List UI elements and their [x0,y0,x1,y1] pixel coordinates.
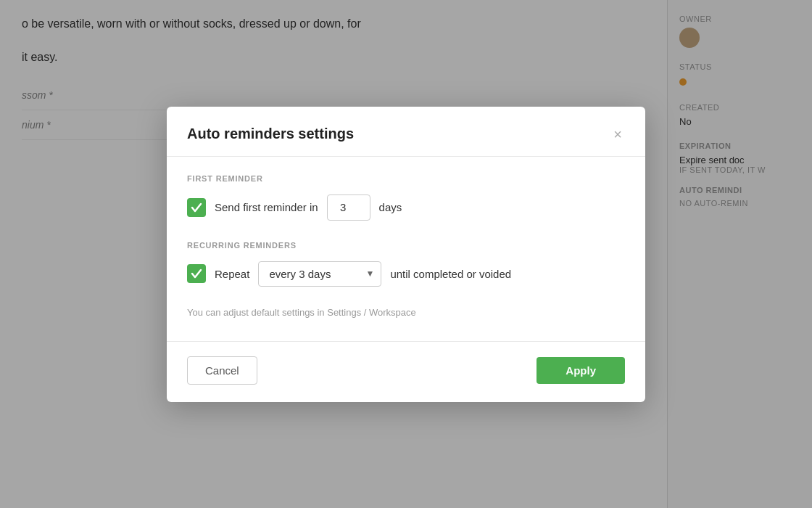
hint-text: You can adjust default settings in Setti… [187,307,625,318]
modal-title: Auto reminders settings [187,126,354,142]
recurring-reminder-row: Repeat every 1 day every 2 days every 3 … [187,261,625,287]
until-label: until completed or voided [390,268,511,280]
send-first-label: Send first reminder in [215,201,318,213]
first-reminder-heading: FIRST REMINDER [187,174,625,183]
days-label: days [379,201,402,213]
apply-button[interactable]: Apply [536,357,625,384]
recurring-section: RECURRING REMINDERS Repeat every 1 day e… [187,241,625,287]
recurring-heading: RECURRING REMINDERS [187,241,625,250]
modal-body: FIRST REMINDER Send first reminder in da… [167,157,645,335]
recurring-checkbox[interactable] [187,264,206,283]
modal-header: Auto reminders settings × [167,107,645,157]
repeat-label: Repeat [215,268,249,280]
modal-footer: Cancel Apply [167,341,645,402]
first-reminder-row: Send first reminder in days [187,194,625,221]
repeat-select[interactable]: every 1 day every 2 days every 3 days ev… [258,261,381,287]
cancel-button[interactable]: Cancel [187,356,257,385]
modal-overlay: Auto reminders settings × FIRST REMINDER… [0,0,812,508]
first-reminder-checkbox[interactable] [187,198,206,217]
days-input[interactable] [327,194,370,221]
close-button[interactable]: × [610,124,625,144]
modal: Auto reminders settings × FIRST REMINDER… [167,107,645,402]
repeat-select-wrapper: every 1 day every 2 days every 3 days ev… [258,261,381,287]
